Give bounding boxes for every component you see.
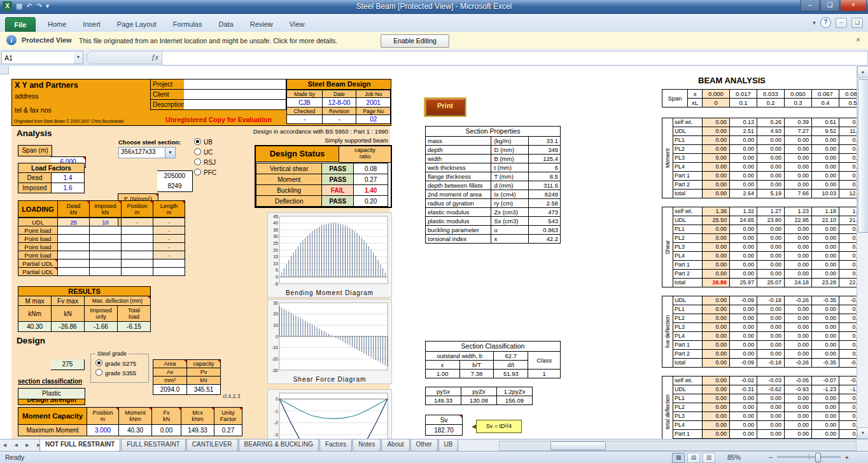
loading-cell[interactable] (153, 259, 185, 268)
message-close-icon[interactable]: × (856, 36, 860, 45)
radio-ub[interactable] (194, 138, 201, 145)
page-layout-view-icon[interactable]: ▤ (687, 453, 700, 463)
loading-cell[interactable] (58, 235, 90, 243)
client-field[interactable] (184, 90, 286, 100)
ribbon-tab[interactable]: Data (210, 18, 241, 30)
name-box-dropdown-icon[interactable]: ▼ (74, 51, 83, 64)
loading-cell[interactable] (58, 259, 90, 268)
sheet-tab[interactable]: Other (410, 439, 438, 452)
mc-position-value[interactable]: 3.000 (87, 425, 119, 436)
checked-value[interactable]: - (287, 115, 323, 124)
loading-cell[interactable] (58, 226, 90, 235)
revision-value[interactable]: - (322, 115, 356, 124)
sheet-tab[interactable]: BEARING & BUCKLING (239, 439, 319, 452)
section-dropdown[interactable]: 356x127x33 ▼ (118, 147, 176, 158)
loading-cell[interactable] (90, 235, 122, 243)
loading-cell[interactable]: 10 (90, 218, 122, 226)
loading-cell[interactable] (122, 259, 153, 268)
ribbon-tab[interactable]: Insert (74, 18, 109, 30)
zoom-level[interactable]: 85% (727, 453, 741, 461)
loading-cell[interactable]: Point load (18, 251, 58, 259)
loading-cell[interactable]: UDL (18, 218, 58, 226)
zoom-thumb[interactable] (815, 453, 821, 462)
loading-cell[interactable] (153, 268, 185, 276)
loading-cell[interactable]: - (153, 226, 185, 235)
page-break-view-icon[interactable]: ▥ (703, 453, 715, 463)
loading-cell[interactable]: 25 (58, 218, 90, 226)
loading-cell[interactable] (58, 243, 90, 251)
sheet-tab[interactable]: About (381, 439, 409, 452)
sheet-tab[interactable]: CANTILEVER (186, 439, 238, 452)
sheet-tab[interactable]: NOT FULL RESTRAINT (39, 439, 120, 452)
first-sheet-icon[interactable]: ◀ (0, 439, 10, 451)
loading-cell[interactable]: - (122, 218, 153, 226)
radio-s275[interactable] (95, 359, 102, 366)
dropdown-arrow-icon[interactable]: ▼ (165, 148, 175, 158)
loading-cell[interactable] (58, 251, 90, 259)
loading-cell[interactable] (90, 243, 122, 251)
print-button[interactable]: Print (425, 99, 465, 116)
zoom-track[interactable] (777, 456, 841, 458)
ribbon-dropdown-icon[interactable]: ▾ (813, 19, 816, 26)
loading-cell[interactable]: Point load (18, 243, 58, 251)
sheet-tab[interactable]: Notes (353, 439, 381, 452)
help-icon[interactable]: ? (820, 17, 831, 28)
radio-s355[interactable] (95, 369, 102, 376)
loading-cell[interactable]: - (153, 243, 185, 251)
zoom-in-icon[interactable]: + (845, 453, 849, 461)
jobno-value[interactable]: 2001 (356, 98, 391, 107)
file-tab[interactable]: File (5, 17, 36, 33)
loading-cell[interactable]: Point load (18, 235, 58, 243)
horizontal-scrollbar[interactable] (499, 441, 857, 451)
radio-rsj[interactable] (194, 158, 201, 165)
ribbon-tab[interactable]: Review (242, 18, 281, 30)
sheet-tab[interactable]: FULL RESTRAINT (121, 439, 186, 452)
ribbon-tab[interactable]: Home (39, 18, 74, 30)
insert-function-icon[interactable]: ƒx (87, 51, 165, 64)
vertical-scrollbar-thumb[interactable] (858, 79, 868, 233)
vertical-scrollbar[interactable]: ▲ ▼ (857, 66, 868, 439)
prev-sheet-icon[interactable]: ◀ (11, 439, 21, 451)
workbook-restore-icon[interactable]: ❏ (851, 18, 863, 28)
ribbon-tab[interactable]: View (281, 18, 313, 30)
loading-cell[interactable] (122, 226, 153, 235)
radio-uc[interactable] (194, 148, 201, 155)
scroll-down-icon[interactable]: ▼ (857, 427, 868, 439)
pageno-value[interactable]: 02 (356, 115, 391, 124)
loading-cell[interactable]: Partial UDL (18, 259, 58, 268)
loading-cell[interactable]: - (153, 235, 185, 243)
horizontal-scrollbar-thumb[interactable] (550, 441, 606, 450)
loading-cell[interactable] (122, 243, 153, 251)
loading-cell[interactable] (90, 268, 122, 276)
loading-cell[interactable] (58, 268, 90, 276)
date-value[interactable]: 12-8-00 (322, 98, 356, 107)
loading-cell[interactable]: - (153, 251, 185, 259)
project-field[interactable] (184, 79, 286, 90)
loading-cell[interactable]: Point load (18, 226, 58, 235)
select-all-corner[interactable] (0, 66, 9, 74)
sheet-tab[interactable]: UB (438, 439, 459, 452)
maximize-button[interactable]: ❏ (820, 0, 839, 11)
minimize-button[interactable]: – (801, 0, 820, 11)
ribbon-tab[interactable]: Page Layout (109, 18, 165, 30)
formula-input[interactable] (162, 51, 868, 66)
zoom-out-icon[interactable]: − (769, 453, 773, 461)
loading-cell[interactable] (122, 268, 153, 276)
loading-cell[interactable] (90, 251, 122, 259)
name-box[interactable] (1, 51, 79, 64)
enable-editing-button[interactable]: Enable Editing (381, 34, 449, 48)
loading-cell[interactable] (90, 259, 122, 268)
imposed-factor-value[interactable]: 1.6 (52, 183, 85, 193)
dead-factor-value[interactable]: 1.4 (52, 173, 85, 183)
loading-cell[interactable] (122, 251, 153, 259)
radio-pfc[interactable] (194, 169, 201, 176)
loading-cell[interactable]: Partial UDL (18, 268, 58, 276)
loading-cell[interactable]: - (153, 218, 185, 226)
workbook-minimize-icon[interactable]: – (836, 18, 847, 28)
normal-view-icon[interactable]: ▦ (672, 453, 685, 463)
scroll-up-icon[interactable]: ▲ (857, 66, 868, 78)
next-sheet-icon[interactable]: ▶ (23, 439, 32, 451)
sheet-tab[interactable]: Factors (319, 439, 352, 452)
ribbon-tab[interactable]: Formulas (165, 18, 211, 30)
description-field[interactable] (184, 100, 286, 110)
